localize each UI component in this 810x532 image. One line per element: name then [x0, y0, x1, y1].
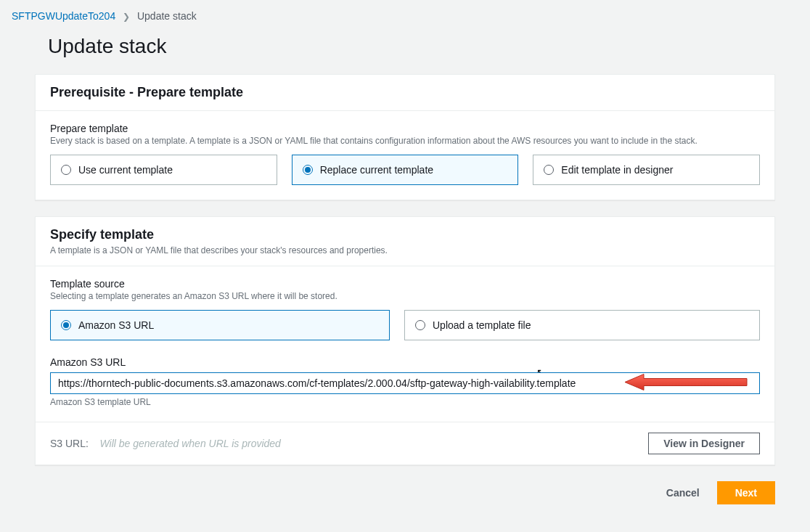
option-label: Edit template in designer — [561, 164, 673, 176]
breadcrumb-current: Update stack — [137, 10, 197, 22]
view-in-designer-button[interactable]: View in Designer — [648, 433, 760, 454]
page-title: Update stack — [48, 35, 775, 58]
amazon-s3-url-label: Amazon S3 URL — [50, 356, 760, 368]
option-label: Amazon S3 URL — [78, 319, 154, 331]
next-button[interactable]: Next — [717, 481, 775, 504]
amazon-s3-url-input[interactable] — [50, 372, 760, 394]
breadcrumb-parent-link[interactable]: SFTPGWUpdateTo204 — [12, 10, 115, 22]
s3-url-footer-text: Will be generated when URL is provided — [99, 438, 280, 449]
prepare-template-label: Prepare template — [50, 123, 760, 134]
specify-template-desc: A template is a JSON or YAML file that d… — [50, 245, 760, 255]
template-source-label: Template source — [50, 278, 760, 290]
amazon-s3-url-hint: Amazon S3 template URL — [50, 397, 760, 407]
specify-template-title: Specify template — [50, 227, 760, 242]
s3-url-footer-label: S3 URL: — [50, 438, 89, 449]
specify-template-panel: Specify template A template is a JSON or… — [35, 216, 775, 465]
option-amazon-s3-url[interactable]: Amazon S3 URL — [50, 310, 390, 340]
radio-icon — [544, 165, 554, 175]
prepare-template-desc: Every stack is based on a template. A te… — [50, 136, 760, 146]
chevron-right-icon: ❯ — [123, 12, 130, 22]
option-label: Upload a template file — [433, 319, 531, 331]
s3-url-status: S3 URL: Will be generated when URL is pr… — [50, 438, 281, 449]
wizard-actions: Cancel Next — [35, 481, 775, 504]
radio-icon — [61, 165, 71, 175]
option-use-current-template[interactable]: Use current template — [50, 155, 277, 185]
breadcrumb: SFTPGWUpdateTo204 ❯ Update stack — [0, 0, 810, 29]
option-edit-template-designer[interactable]: Edit template in designer — [533, 155, 760, 185]
prerequisite-title: Prerequisite - Prepare template — [50, 85, 760, 100]
radio-icon — [303, 165, 313, 175]
prerequisite-panel: Prerequisite - Prepare template Prepare … — [35, 74, 775, 200]
option-replace-current-template[interactable]: Replace current template — [292, 155, 519, 185]
option-label: Replace current template — [320, 164, 433, 176]
cancel-button[interactable]: Cancel — [652, 481, 714, 504]
radio-icon — [415, 320, 425, 330]
template-source-desc: Selecting a template generates an Amazon… — [50, 291, 760, 301]
option-label: Use current template — [78, 164, 173, 176]
radio-icon — [61, 320, 71, 330]
option-upload-template-file[interactable]: Upload a template file — [404, 310, 760, 340]
